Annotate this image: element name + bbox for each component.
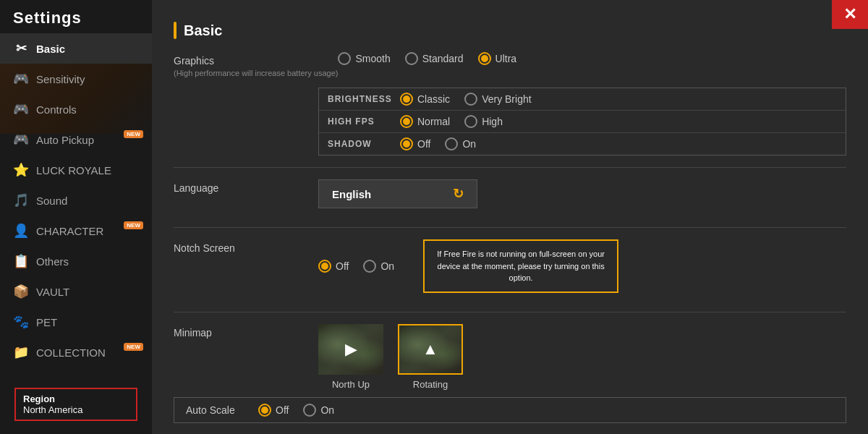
graphics-section: Graphics (High performance will increase… [174,52,846,168]
character-icon: 👤 [13,223,29,239]
sidebar-item-label-controls: Controls [36,103,77,116]
sidebar-item-label-collection: COLLECTION [36,346,106,359]
sidebar-item-label-others: Others [36,255,69,268]
character-badge: NEW [124,221,143,229]
notch-controls: Off On If Free Fire is not running on fu… [318,239,846,293]
section-title-basic: Basic [174,22,846,39]
sidebar-item-sound[interactable]: 🎵 Sound [0,185,152,216]
close-button[interactable]: ✕ [832,0,868,29]
sidebar-item-label-auto-pickup: Auto Pickup [36,134,94,146]
luck-royale-icon: ⭐ [13,162,29,178]
radio-fps-normal [400,115,413,128]
brightness-very-bright-label: Very Bright [482,93,531,105]
graphics-label-smooth: Smooth [355,53,390,64]
sidebar-item-vault[interactable]: 📦 VAULT [0,276,152,307]
sidebar-item-label-pet: PET [36,316,57,328]
sidebar-item-pet[interactable]: 🐾 PET [0,307,152,337]
language-row: Language English ↻ [174,179,846,208]
sidebar-item-auto-pickup[interactable]: 🎮 Auto Pickup NEW [0,124,152,155]
auto-scale-label: Auto Scale [186,404,244,416]
radio-standard [405,52,418,65]
notch-on-label: On [380,260,394,272]
controls-icon: 🎮 [13,101,29,117]
sidebar-item-label-sound: Sound [36,195,67,207]
sidebar-item-others[interactable]: 📋 Others [0,246,152,276]
minimap-label-rotating: Rotating [413,379,448,390]
radio-shadow-off [400,137,413,150]
radio-brightness-very-bright [464,93,477,106]
sidebar-item-sensitivity[interactable]: 🎮 Sensitivity [0,64,152,94]
graphics-sub-table-wrap: BRIGHTNESS Classic Very Bright [174,85,846,156]
fps-high-label: High [482,116,503,127]
fps-normal[interactable]: Normal [400,115,450,128]
sidebar-item-character[interactable]: 👤 CHARACTER NEW [0,216,152,246]
notch-off-label: Off [336,260,349,272]
language-section: Language English ↻ [174,179,846,228]
language-selector[interactable]: English ↻ [318,179,477,208]
sidebar-item-luck-royale[interactable]: ⭐ LUCK ROYALE [0,155,152,185]
sidebar-item-label-luck-royale: LUCK ROYALE [36,164,111,176]
sidebar-title: Settings [0,0,152,33]
sidebar-item-collection[interactable]: 📁 COLLECTION NEW [0,337,152,367]
minimap-options: ▶ North Up ▲ Rotating [318,324,463,390]
language-value: English [332,188,371,200]
graphics-option-ultra[interactable]: Ultra [478,52,517,65]
shadow-options: Off On [400,137,837,150]
minimap-north-up[interactable]: ▶ North Up [318,324,383,390]
region-box: Region North America [14,388,137,421]
notch-off[interactable]: Off [318,260,349,273]
auto-scale-off-label: Off [276,404,289,416]
language-controls: English ↻ [318,179,846,208]
language-label: Language [174,179,318,194]
brightness-classic-label: Classic [417,93,450,105]
minimap-label-north-up: North Up [332,379,370,390]
basic-icon: ✂ [13,41,29,56]
graphics-label-ultra: Ultra [495,53,517,64]
graphics-sub-table: BRIGHTNESS Classic Very Bright [318,88,846,156]
sidebar-item-label-basic: Basic [36,43,65,55]
auto-scale-on[interactable]: On [303,404,334,417]
minimap-rotating[interactable]: ▲ Rotating [398,324,463,390]
region-label: Region [23,393,129,404]
high-fps-options: Normal High [400,115,837,128]
notch-row: Notch Screen Off On If Free Fire is not … [174,239,846,293]
auto-scale-off[interactable]: Off [258,404,289,417]
minimap-thumb-north-up: ▶ [318,324,383,375]
sub-table-spacer [174,85,318,156]
brightness-key: BRIGHTNESS [328,94,393,104]
graphics-row: Graphics (High performance will increase… [174,52,846,77]
main-content: ✕ Basic Graphics (High performance will … [152,0,868,434]
notch-section: Notch Screen Off On If Free Fire is not … [174,239,846,312]
sidebar-item-basic[interactable]: ✂ Basic [0,33,152,64]
section-title-label: Basic [184,22,222,39]
brightness-very-bright[interactable]: Very Bright [464,93,531,106]
region-value: North America [23,404,129,415]
graphics-option-smooth[interactable]: Smooth [338,52,390,65]
fps-normal-label: Normal [417,116,450,127]
sidebar-item-label-character: CHARACTER [36,225,103,237]
brightness-classic[interactable]: Classic [400,93,450,106]
shadow-on-label: On [462,138,476,150]
high-fps-key: HIGH FPS [328,116,393,127]
vault-icon: 📦 [13,284,29,299]
minimap-row: Minimap ▶ North Up ▲ [174,324,846,390]
others-icon: 📋 [13,253,29,269]
sensitivity-icon: 🎮 [13,71,29,87]
sidebar-nav: ✂ Basic 🎮 Sensitivity 🎮 Controls 🎮 Auto … [0,33,152,367]
collection-badge: NEW [124,343,143,351]
radio-ultra [478,52,491,65]
radio-fps-high [464,115,477,128]
notch-on[interactable]: On [363,260,394,273]
radio-auto-scale-on [303,404,316,417]
notch-label: Notch Screen [174,239,318,254]
shadow-off[interactable]: Off [400,137,430,150]
minimap-arrow-rotating: ▲ [422,340,438,359]
sidebar-item-controls[interactable]: 🎮 Controls [0,94,152,124]
radio-shadow-on [445,137,458,150]
shadow-row: SHADOW Off On [319,133,846,155]
fps-high[interactable]: High [464,115,503,128]
language-refresh-icon[interactable]: ↻ [453,186,464,202]
sidebar-item-label-vault: VAULT [36,286,69,298]
shadow-on[interactable]: On [445,137,476,150]
graphics-option-standard[interactable]: Standard [405,52,464,65]
